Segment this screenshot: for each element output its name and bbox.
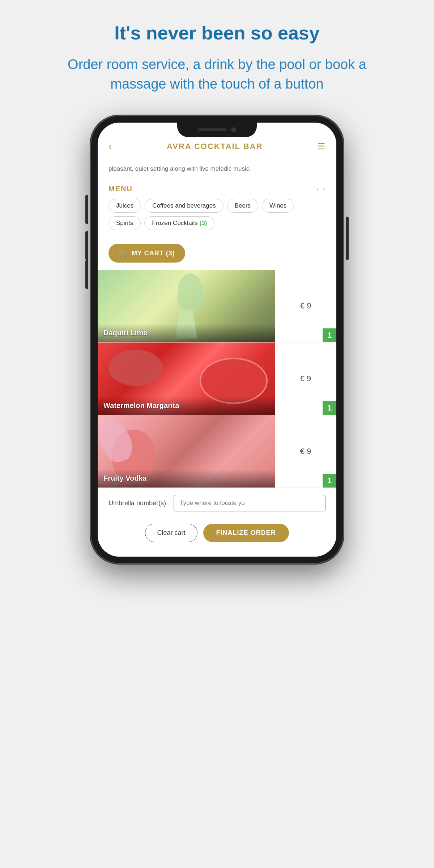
- item-img-daquiri: Daquiri Lime: [98, 270, 275, 342]
- item-name-fruity: Fruity Vodka: [103, 474, 147, 482]
- umbrella-label: Umbrella number(s):: [109, 499, 168, 507]
- cart-section: 🛒 MY CART (3): [98, 239, 336, 270]
- bar-name: AVRA COCKTAIL BAR: [167, 142, 263, 151]
- action-buttons: Clear cart FINALIZE ORDER: [98, 518, 336, 557]
- item-img-fruity: Fruity Vodka: [98, 415, 275, 488]
- menu-label: MENU: [109, 185, 133, 193]
- menu-item-watermelon[interactable]: Watermelon Margarita € 9 1: [98, 342, 336, 415]
- item-price-daquiri: € 9: [300, 301, 311, 311]
- umbrella-input[interactable]: [174, 495, 326, 511]
- back-icon[interactable]: ‹: [109, 141, 112, 152]
- item-qty-daquiri: 1: [323, 328, 336, 342]
- category-beers[interactable]: Beers: [227, 199, 258, 213]
- category-coffees[interactable]: Coffees and beverages: [145, 199, 223, 213]
- phone-shell: ‹ AVRA COCKTAIL BAR ☰ pleasant, quiet se…: [90, 115, 344, 564]
- prev-arrow-icon[interactable]: ‹: [316, 185, 319, 193]
- item-price-fruity: € 9: [300, 447, 311, 456]
- phone-mockup: ‹ AVRA COCKTAIL BAR ☰ pleasant, quiet se…: [90, 115, 344, 730]
- notch-speaker: [198, 128, 227, 131]
- phone-notch: [177, 123, 257, 137]
- category-wines[interactable]: Wines: [262, 199, 294, 213]
- item-qty-fruity: 1: [323, 474, 336, 488]
- notch-camera: [231, 127, 236, 132]
- menu-section: MENU ‹ › Juices Coffees and beverages Be…: [98, 179, 336, 239]
- page-headline: It's never been so easy: [114, 22, 319, 44]
- item-overlay-fruity: Fruity Vodka: [98, 469, 275, 488]
- category-juices[interactable]: Juices: [109, 199, 141, 213]
- category-spirits[interactable]: Spirits: [109, 216, 141, 230]
- menu-nav-arrows: ‹ ›: [316, 185, 326, 193]
- category-pills: Juices Coffees and beverages Beers Wines…: [109, 199, 326, 234]
- item-overlay-watermelon: Watermelon Margarita: [98, 396, 275, 415]
- item-qty-watermelon: 1: [323, 401, 336, 415]
- cart-button-label: MY CART (3): [132, 250, 175, 257]
- item-overlay-daquiri: Daquiri Lime: [98, 324, 275, 342]
- phone-screen: ‹ AVRA COCKTAIL BAR ☰ pleasant, quiet se…: [98, 123, 336, 557]
- frozen-cocktails-badge: (3): [200, 220, 207, 226]
- page-subtitle: Order room service, a drink by the pool …: [54, 55, 380, 93]
- category-frozen-cocktails[interactable]: Frozen Cocktails (3): [144, 216, 214, 230]
- clear-cart-button[interactable]: Clear cart: [145, 524, 197, 542]
- item-name-watermelon: Watermelon Margarita: [103, 401, 179, 409]
- menu-items: Daquiri Lime € 9 1 Watermelon Margarita: [98, 270, 336, 488]
- cart-icon: 🛒: [119, 249, 128, 258]
- item-img-watermelon: Watermelon Margarita: [98, 342, 275, 415]
- menu-item-fruity[interactable]: Fruity Vodka € 9 1: [98, 415, 336, 488]
- menu-icon[interactable]: ☰: [318, 141, 326, 152]
- finalize-order-button[interactable]: FINALIZE ORDER: [203, 524, 289, 542]
- item-price-watermelon: € 9: [300, 374, 311, 383]
- menu-item-daquiri[interactable]: Daquiri Lime € 9 1: [98, 270, 336, 342]
- bar-description: pleasant, quiet setting along with live …: [98, 158, 336, 179]
- menu-header: MENU ‹ ›: [109, 185, 326, 193]
- item-name-daquiri: Daquiri Lime: [103, 329, 147, 337]
- next-arrow-icon[interactable]: ›: [323, 185, 326, 193]
- umbrella-section: Umbrella number(s):: [98, 488, 336, 518]
- cart-button[interactable]: 🛒 MY CART (3): [109, 244, 185, 263]
